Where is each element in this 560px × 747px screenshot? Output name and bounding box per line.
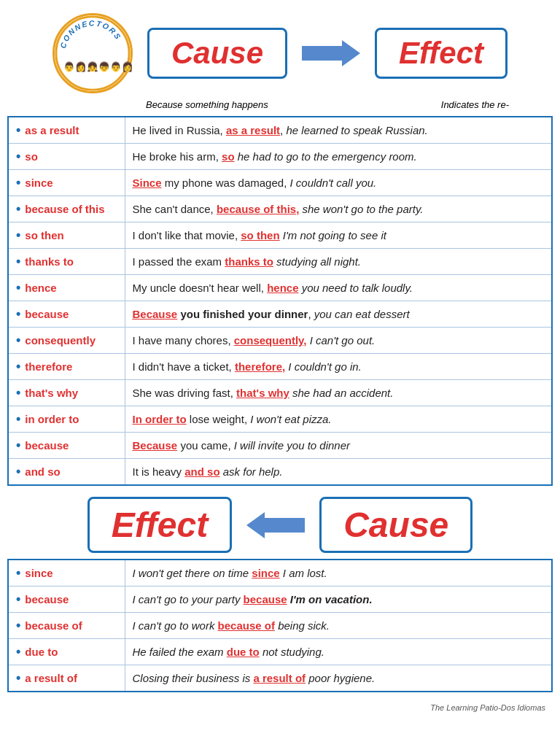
connector-cell: •a result of xyxy=(8,665,125,692)
connector-cell: •consequently xyxy=(8,328,125,354)
effect-box: Effect xyxy=(375,28,508,79)
svg-marker-3 xyxy=(302,40,360,66)
logo: CONNECTORS 👨👩👧👦👨👩👧👦 xyxy=(52,13,133,93)
table-row: •due to He failed the exam due to not st… xyxy=(8,639,552,665)
effect-title: Effect xyxy=(399,36,483,70)
connector-cell: •thanks to xyxy=(8,249,125,275)
table-row: •since Since my phone was damaged, I cou… xyxy=(8,170,552,196)
connector-cell: •because xyxy=(8,433,125,459)
effect-subtitle: Indicates the re- xyxy=(441,99,509,110)
example-cell: She can't dance, because of this, she wo… xyxy=(125,196,552,222)
example-cell: I can't go to your party because I'm on … xyxy=(125,587,552,613)
example-cell: I have many chores, consequently, I can'… xyxy=(125,328,552,354)
svg-marker-4 xyxy=(246,512,305,538)
bullet: • xyxy=(16,280,20,295)
connector-cell: •and so xyxy=(8,459,125,486)
bullet: • xyxy=(16,254,20,268)
example-cell: Since my phone was damaged, I couldn't c… xyxy=(125,170,552,196)
connector-cell: •so xyxy=(8,144,125,170)
connector-cell: •therefore xyxy=(8,354,125,380)
connector-cell: •because of this xyxy=(8,196,125,222)
connector-cell: •because xyxy=(8,301,125,328)
example-cell: I don't like that movie, so then I'm not… xyxy=(125,222,552,249)
table-row: •as a result He lived in Russia, as a re… xyxy=(8,117,552,144)
bullet: • xyxy=(16,201,20,216)
example-cell: He failed the exam due to not studying. xyxy=(125,639,552,665)
effect-cause-table: •since I won't get there on time since I… xyxy=(7,559,553,692)
cause-box: Cause xyxy=(147,28,287,79)
connector-cell: •so then xyxy=(8,222,125,249)
table-row: •and so It is heavy and so ask for help. xyxy=(8,459,552,486)
example-cell: Closing their business is a result of po… xyxy=(125,665,552,692)
table-row: •thanks to I passed the exam thanks to s… xyxy=(8,249,552,275)
bullet: • xyxy=(16,149,20,163)
example-cell: Because you finished your dinner, you ca… xyxy=(125,301,552,328)
connector-cell: •since xyxy=(8,170,125,196)
connector-cell: •in order to xyxy=(8,406,125,433)
cause-effect-arrow xyxy=(302,39,360,68)
bullet: • xyxy=(16,644,20,659)
table-row: •because Because you came, I will invite… xyxy=(8,433,552,459)
effect-box-2: Effect xyxy=(88,497,233,553)
connector-cell: •as a result xyxy=(8,117,125,144)
bullet: • xyxy=(16,359,20,374)
example-cell: It is heavy and so ask for help. xyxy=(125,459,552,486)
example-cell: In order to lose weight, I won't eat piz… xyxy=(125,406,552,433)
example-cell: I won't get there on time since I am los… xyxy=(125,560,552,587)
subtitle-row: Because something happens Indicates the … xyxy=(7,99,553,116)
cause-title-2: Cause xyxy=(343,506,448,544)
section-divider: Effect Cause xyxy=(7,497,553,553)
table-row: •so then I don't like that movie, so the… xyxy=(8,222,552,249)
table-row: •that's why She was driving fast, that's… xyxy=(8,380,552,406)
cause-effect-table: •as a result He lived in Russia, as a re… xyxy=(7,116,553,486)
bullet: • xyxy=(16,592,20,606)
table-row: •since I won't get there on time since I… xyxy=(8,560,552,587)
bullet: • xyxy=(16,175,20,190)
effect-cause-arrow xyxy=(246,511,305,540)
table-row: •so He broke his arm, so he had to go to… xyxy=(8,144,552,170)
example-cell: She was driving fast, that's why she had… xyxy=(125,380,552,406)
example-cell: I didn't have a ticket, therefore, I cou… xyxy=(125,354,552,380)
bullet: • xyxy=(16,123,20,137)
svg-text:👨👩👧👦👨👩👧👦: 👨👩👧👦👨👩👧👦 xyxy=(63,61,132,73)
cause-subtitle: Because something happens xyxy=(146,99,268,110)
footer-credit: The Learning Patio-Dos Idiomas xyxy=(7,703,553,712)
connector-cell: •because xyxy=(8,587,125,613)
example-cell: I can't go to work because of being sick… xyxy=(125,613,552,639)
bullet: • xyxy=(16,333,20,347)
bullet: • xyxy=(16,618,20,632)
bullet: • xyxy=(16,411,20,426)
bullet: • xyxy=(16,438,20,452)
effect-title-2: Effect xyxy=(112,506,209,544)
example-cell: My uncle doesn't hear well, hence you ne… xyxy=(125,275,552,301)
table-row: •because of this She can't dance, becaus… xyxy=(8,196,552,222)
example-cell: He lived in Russia, as a result, he lear… xyxy=(125,117,552,144)
connector-cell: •because of xyxy=(8,613,125,639)
table-row: •because of I can't go to work because o… xyxy=(8,613,552,639)
connector-cell: •hence xyxy=(8,275,125,301)
connector-cell: •that's why xyxy=(8,380,125,406)
bullet: • xyxy=(16,385,20,400)
table-row: •because Because you finished your dinne… xyxy=(8,301,552,328)
example-cell: He broke his arm, so he had to go to the… xyxy=(125,144,552,170)
table-row: •therefore I didn't have a ticket, there… xyxy=(8,354,552,380)
bullet: • xyxy=(16,565,20,580)
table-row: •in order to In order to lose weight, I … xyxy=(8,406,552,433)
example-cell: Because you came, I will invite you to d… xyxy=(125,433,552,459)
example-cell: I passed the exam thanks to studying all… xyxy=(125,249,552,275)
bullet: • xyxy=(16,306,20,321)
bullet: • xyxy=(16,464,20,479)
table-row: •consequently I have many chores, conseq… xyxy=(8,328,552,354)
table-row: •because I can't go to your party becaus… xyxy=(8,587,552,613)
table-row: •a result of Closing their business is a… xyxy=(8,665,552,692)
table-row: •hence My uncle doesn't hear well, hence… xyxy=(8,275,552,301)
svg-point-0 xyxy=(56,17,129,90)
page-header: CONNECTORS 👨👩👧👦👨👩👧👦 Cause Effect xyxy=(7,7,553,93)
bullet: • xyxy=(16,228,20,242)
bullet: • xyxy=(16,670,20,685)
connector-cell: •due to xyxy=(8,639,125,665)
connector-cell: •since xyxy=(8,560,125,587)
cause-title: Cause xyxy=(171,36,263,70)
cause-box-2: Cause xyxy=(319,497,472,553)
